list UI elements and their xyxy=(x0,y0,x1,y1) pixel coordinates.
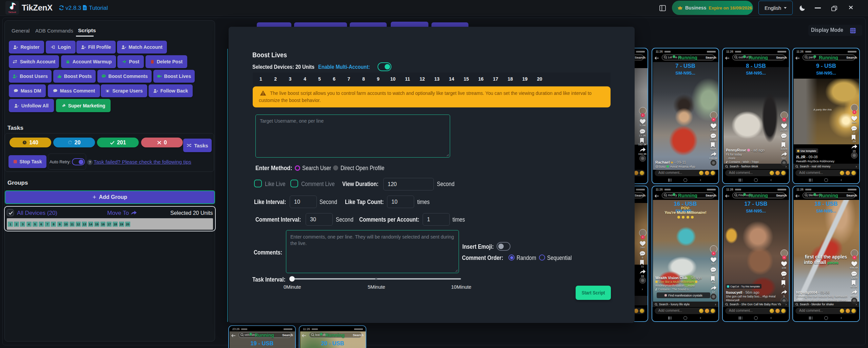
svg-text:?: ? xyxy=(89,160,91,164)
